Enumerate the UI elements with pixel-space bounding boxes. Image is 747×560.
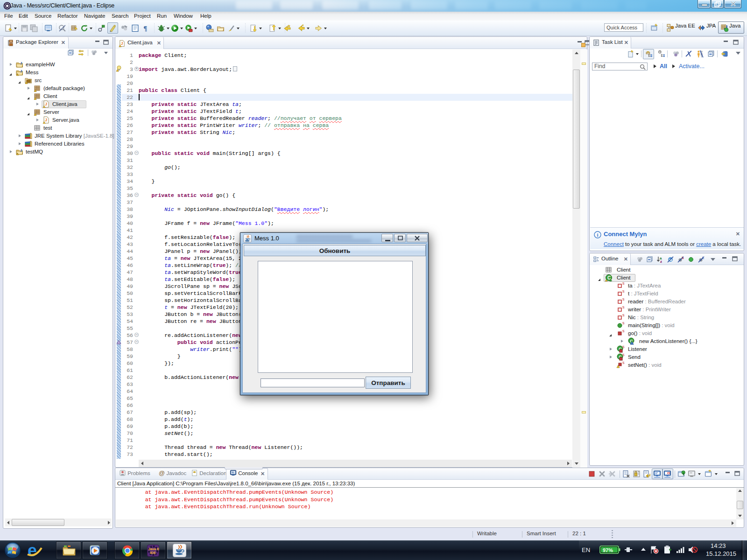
svg-text:i: i bbox=[597, 232, 599, 238]
svg-text:z: z bbox=[660, 259, 662, 263]
svg-text:J: J bbox=[45, 118, 47, 122]
svg-text:97%: 97% bbox=[603, 547, 613, 553]
svg-text:J: J bbox=[20, 69, 22, 73]
svg-text:¶: ¶ bbox=[143, 25, 147, 32]
svg-text:!: ! bbox=[17, 74, 18, 76]
svg-text:!: ! bbox=[17, 153, 18, 155]
svg-text:J: J bbox=[121, 41, 123, 46]
svg-text:IDE: IDE bbox=[150, 551, 156, 555]
svg-text:J: J bbox=[20, 148, 22, 153]
svg-text:J: J bbox=[20, 61, 22, 65]
svg-text:J: J bbox=[45, 102, 47, 106]
